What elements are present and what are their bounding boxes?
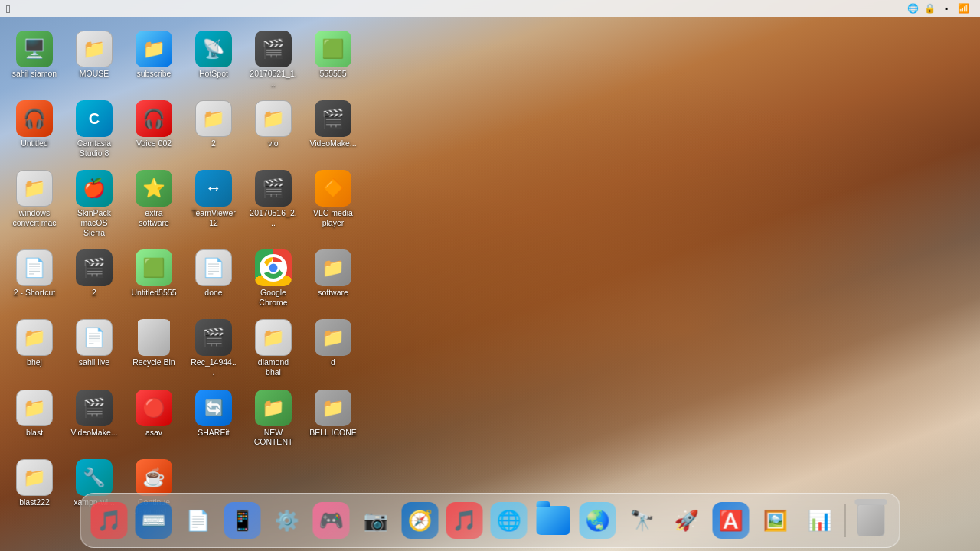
icon-img-hotspot: 📡 bbox=[195, 31, 232, 67]
icon-img-vlo: 📁 bbox=[255, 100, 292, 137]
icon-img-extra-software: ⭐ bbox=[136, 170, 172, 207]
desktop-icon-software[interactable]: 📁software bbox=[306, 246, 360, 310]
desktop-icon-vlc[interactable]: 🔶VLC media player bbox=[306, 167, 360, 240]
desktop-icon-camtasia[interactable]: CCamtasia Studio 8 bbox=[67, 97, 121, 161]
dock-icon-img-launchpad: 🚀 bbox=[668, 502, 705, 539]
desktop-icon-2-shortcut[interactable]: 📄2 - Shortcut bbox=[8, 246, 61, 310]
dock-icon-world[interactable]: 🌏 bbox=[577, 500, 619, 541]
desktop-icon-hotspot[interactable]: 📡HotSpot bbox=[187, 28, 240, 91]
desktop-icon-diamond-bhai[interactable]: 📁diamond bhai bbox=[247, 316, 300, 380]
dock-icon-itunes[interactable]: 🎵 bbox=[89, 500, 130, 541]
icon-label-new-content: NEW CONTENT bbox=[250, 428, 297, 447]
desktop-icon-subscribe[interactable]: 📁subscribe bbox=[127, 28, 181, 91]
dock-icon-siri[interactable]: 🌐 bbox=[488, 500, 530, 541]
svg-point-2 bbox=[270, 264, 278, 272]
desktop-icon-bell-icone[interactable]: 📁BELL ICONE bbox=[306, 386, 360, 450]
icon-img-untitled: 🎧 bbox=[16, 100, 53, 137]
desktop-icon-2-icon[interactable]: 🎬2 bbox=[67, 246, 121, 310]
icon-label-hotspot: HotSpot bbox=[199, 69, 228, 79]
dock-icon-img-game-center: 🎮 bbox=[313, 502, 350, 539]
desktop-icon-shareit[interactable]: 🔄SHAREit bbox=[187, 386, 240, 450]
menubar-left:  bbox=[6, 2, 906, 15]
desktop-icon-bhej[interactable]: 📁bhej bbox=[8, 316, 61, 380]
icon-label-recycle-bin: Recycle Bin bbox=[132, 357, 175, 367]
dock-icon-launchpad[interactable]: 🚀 bbox=[666, 500, 707, 541]
desktop-icon-rec-14944[interactable]: 🎬Rec_14944... bbox=[187, 316, 240, 380]
desktop-icon-untitled5555[interactable]: 🟩Untitled5555 bbox=[127, 246, 181, 310]
icon-label-extra-software: extra software bbox=[130, 208, 178, 227]
dock-icon-trash[interactable] bbox=[851, 500, 892, 541]
dock-icon-dashboard[interactable]: 📊 bbox=[799, 500, 841, 541]
desktop-icon-new-content[interactable]: 📁NEW CONTENT bbox=[247, 386, 300, 450]
dock-icon-diamond-doc[interactable]: 📷 bbox=[355, 500, 397, 541]
desktop-icon-blast[interactable]: 📁blast bbox=[8, 386, 61, 450]
icon-label-google-chrome: Google Chrome bbox=[250, 288, 297, 307]
icon-img-blast: 📁 bbox=[16, 390, 53, 426]
desktop-icon-skinpack[interactable]: 🍎SkinPack macOS Sierra bbox=[67, 167, 121, 240]
dock-icon-music[interactable]: 🎵 bbox=[444, 500, 485, 541]
icon-label-555555: 555555 bbox=[319, 69, 346, 79]
icon-label-bell-icone: BELL ICONE bbox=[309, 428, 356, 438]
desktop-icon-recycle-bin[interactable]: Recycle Bin bbox=[127, 316, 181, 380]
icon-img-skinpack: 🍎 bbox=[76, 170, 113, 207]
dock-icon-appstore[interactable]: 🅰️ bbox=[710, 500, 752, 541]
icon-label-videomaker: VideoMake... bbox=[309, 139, 356, 148]
dock-icon-instruments[interactable]: 🔭 bbox=[622, 500, 663, 541]
desktop-icon-20170521[interactable]: 🎬20170521_1... bbox=[247, 28, 300, 91]
dock-icon-syspref[interactable]: ⚙️ bbox=[266, 500, 308, 541]
apple-menu[interactable]:  bbox=[6, 2, 10, 15]
desktop-icon-sahil-live[interactable]: 📄sahil live bbox=[67, 316, 121, 380]
dock-icon-img-dashboard: 📊 bbox=[802, 502, 838, 539]
dock-icon-img-siri: 🌐 bbox=[491, 502, 528, 539]
desktop-icon-asav[interactable]: 🔴asav bbox=[127, 386, 181, 450]
dock-icon-photos[interactable]: 🖼️ bbox=[755, 500, 796, 541]
icon-label-sahil-live: sahil live bbox=[79, 357, 109, 367]
desktop-icon-videomaker[interactable]: 🎬VideoMake... bbox=[306, 97, 360, 161]
dock-icon-img-world: 🌏 bbox=[580, 502, 616, 539]
desktop-icon-20170516[interactable]: 🎬20170516_2... bbox=[247, 167, 300, 240]
dock-icon-game-center[interactable]: 🎮 bbox=[311, 500, 352, 541]
dock-icon-finder-folder[interactable] bbox=[533, 500, 574, 541]
desktop-icon-sahil-siamon[interactable]: 🖥️sahil siamon bbox=[8, 28, 61, 91]
icon-img-bhej: 📁 bbox=[16, 319, 53, 356]
dock-icon-sahil-doc[interactable]: 📄 bbox=[178, 500, 219, 541]
icon-img-new-content: 📁 bbox=[255, 390, 292, 426]
dock-icon-typingmaster[interactable]: ⌨️ bbox=[133, 500, 175, 541]
chrome-icon: 🔒 bbox=[923, 2, 936, 15]
icon-label-20170516: 20170516_2... bbox=[250, 208, 297, 227]
icon-label-done: done bbox=[204, 288, 222, 298]
desktop-icon-extra-software[interactable]: ⭐extra software bbox=[127, 167, 181, 240]
icon-label-windows-convert: windows convert mac bbox=[11, 208, 58, 227]
icon-label-untitled: Untitled bbox=[21, 139, 48, 148]
desktop-icon-vlo[interactable]: 📁vlo bbox=[247, 97, 300, 161]
desktop-icon-windows-convert[interactable]: 📁windows convert mac bbox=[8, 167, 61, 240]
icon-img-teamviewer: ↔ bbox=[195, 170, 232, 207]
icon-img-vlc: 🔶 bbox=[315, 170, 351, 207]
icon-img-mouse: 📁 bbox=[76, 31, 113, 67]
desktop-icon-voice002[interactable]: 🎧Voice 002 bbox=[127, 97, 181, 161]
desktop-icon-untitled[interactable]: 🎧Untitled bbox=[8, 97, 61, 161]
desktop-icon-555555[interactable]: 🟩555555 bbox=[306, 28, 360, 91]
desktop-icon-mouse[interactable]: 📁MOUSE bbox=[67, 28, 121, 91]
desktop-icon-teamviewer[interactable]: ↔TeamViewer 12 bbox=[187, 167, 240, 240]
desktop-icon-2-folder[interactable]: 📁2 bbox=[187, 97, 240, 161]
icon-label-2-icon: 2 bbox=[92, 288, 96, 298]
dock-icon-img-photos: 🖼️ bbox=[757, 502, 794, 539]
desktop-icon-blast222[interactable]: 📁blast222 bbox=[8, 456, 61, 520]
dock-icon-safari[interactable]: 🧭 bbox=[400, 500, 441, 541]
dock-icon-apower-phone[interactable]: 📱 bbox=[222, 500, 263, 541]
icon-label-d-folder: d bbox=[331, 357, 335, 367]
desktop-icon-d-folder[interactable]: 📁d bbox=[306, 316, 360, 380]
icon-img-asav: 🔴 bbox=[136, 390, 172, 426]
icon-img-subscribe: 📁 bbox=[136, 31, 172, 67]
desktop-icon-google-chrome[interactable]: Google Chrome bbox=[247, 246, 300, 310]
battery-icon: ▪ bbox=[940, 2, 952, 15]
menubar:  🌐 🔒 ▪ 📶 bbox=[0, 0, 980, 17]
trash-icon-shape bbox=[858, 504, 885, 536]
icon-label-software: software bbox=[318, 288, 348, 298]
icon-img-diamond-bhai: 📁 bbox=[255, 319, 292, 356]
icon-img-voice002: 🎧 bbox=[136, 100, 172, 137]
desktop-icon-done[interactable]: 📄done bbox=[187, 246, 240, 310]
icon-label-diamond-bhai: diamond bhai bbox=[250, 357, 297, 377]
desktop-icon-videomaker2[interactable]: 🎬VideoMake... bbox=[67, 386, 121, 450]
